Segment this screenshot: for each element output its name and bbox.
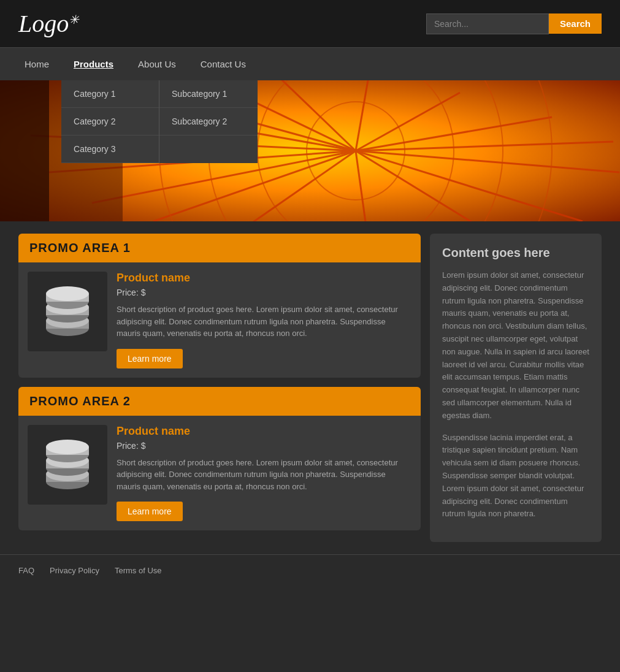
learn-more-button-1[interactable]: Learn more <box>117 349 183 368</box>
product-desc-2: Short description of product goes here. … <box>117 457 411 493</box>
product-desc-1: Short description of product goes here. … <box>117 304 411 340</box>
nav-link-contact[interactable]: Contact Us <box>188 48 258 80</box>
search-area: Search <box>426 13 602 34</box>
nav-list: Home Products Category 1 Category 2 Cate… <box>0 48 620 80</box>
footer-link-faq[interactable]: FAQ <box>18 566 34 575</box>
left-column: PROMO AREA 1 <box>18 234 421 542</box>
right-column: Content goes here Lorem ipsum dolor sit … <box>430 234 602 542</box>
promo-area-1: PROMO AREA 1 <box>18 234 421 378</box>
product-price-1: Price: $ <box>117 288 411 297</box>
header: Logo✳ Search <box>0 0 620 47</box>
promo-title-1: PROMO AREA 1 <box>29 241 131 254</box>
dropdown-col-2: Subcategory 1 Subcategory 2 <box>159 80 258 163</box>
product-name-1: Product name <box>117 272 411 284</box>
search-button[interactable]: Search <box>549 13 602 34</box>
footer-link-privacy[interactable]: Privacy Policy <box>50 566 99 575</box>
dropdown-item-subcat1[interactable]: Subcategory 1 <box>159 80 258 108</box>
nav-link-products[interactable]: Products <box>61 48 126 80</box>
search-input[interactable] <box>426 13 549 34</box>
sidebar-paragraph-1: Lorem ipsum dolor sit amet, consectetur … <box>442 269 589 422</box>
logo-text: Logo <box>18 9 69 38</box>
product-image-1 <box>28 272 107 351</box>
promo-area-2: PROMO AREA 2 <box>18 387 421 531</box>
promo-body-1: Product name Price: $ Short description … <box>18 262 421 378</box>
nav: Home Products Category 1 Category 2 Cate… <box>0 47 620 80</box>
product-price-2: Price: $ <box>117 441 411 451</box>
footer: FAQ Privacy Policy Terms of Use <box>0 554 620 586</box>
product-info-2: Product name Price: $ Short description … <box>117 425 411 522</box>
nav-link-about[interactable]: About Us <box>126 48 188 80</box>
learn-more-button-2[interactable]: Learn more <box>117 502 183 521</box>
dropdown-item-cat2[interactable]: Category 2 <box>61 108 159 136</box>
nav-item-home: Home <box>12 48 61 80</box>
dropdown-item-cat3[interactable]: Category 3 <box>61 136 159 163</box>
nav-dropdown: Category 1 Category 2 Category 3 Subcate… <box>61 80 258 163</box>
nav-item-contact: Contact Us <box>188 48 258 80</box>
svg-rect-23 <box>0 80 49 221</box>
svg-point-41 <box>46 440 89 454</box>
dropdown-item-subcat2[interactable]: Subcategory 2 <box>159 108 258 136</box>
svg-point-32 <box>46 286 89 301</box>
sidebar-title: Content goes here <box>442 246 589 260</box>
sidebar-paragraph-2: Suspendisse lacinia imperdiet erat, a tr… <box>442 432 589 521</box>
promo-body-2: Product name Price: $ Short description … <box>18 416 421 531</box>
product-info-1: Product name Price: $ Short description … <box>117 272 411 368</box>
logo-asterisk: ✳ <box>69 12 79 27</box>
promo-title-2: PROMO AREA 2 <box>29 394 131 408</box>
logo: Logo✳ <box>18 9 79 38</box>
footer-link-terms[interactable]: Terms of Use <box>115 566 162 575</box>
sidebar-content: Content goes here Lorem ipsum dolor sit … <box>430 234 602 542</box>
product-image-2 <box>28 425 107 505</box>
promo-header-1: PROMO AREA 1 <box>18 234 421 262</box>
product-name-2: Product name <box>117 425 411 438</box>
dropdown-item-cat1[interactable]: Category 1 <box>61 80 159 108</box>
main-content: PROMO AREA 1 <box>0 221 620 554</box>
nav-link-home[interactable]: Home <box>12 48 61 80</box>
promo-header-2: PROMO AREA 2 <box>18 387 421 416</box>
nav-item-products: Products Category 1 Category 2 Category … <box>61 48 126 80</box>
dropdown-col-1: Category 1 Category 2 Category 3 <box>61 80 159 163</box>
nav-item-about: About Us <box>126 48 188 80</box>
